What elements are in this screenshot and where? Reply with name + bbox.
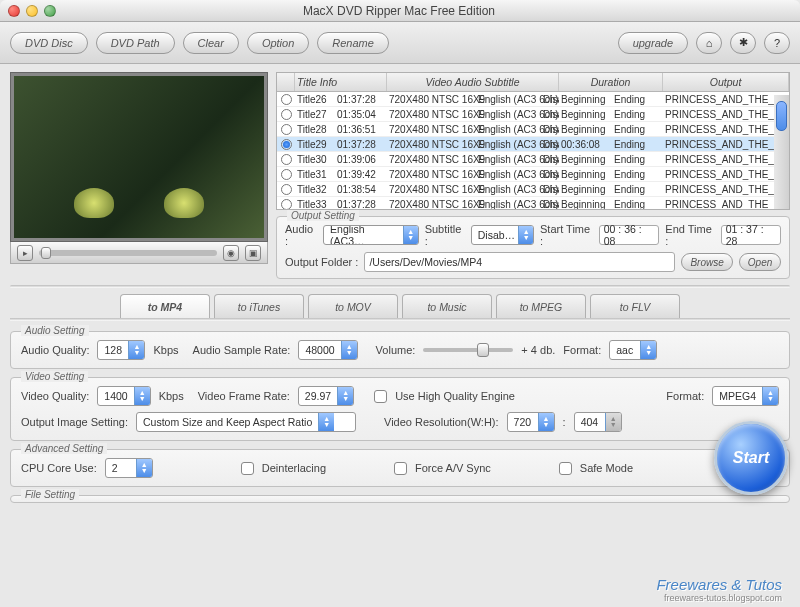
- window-zoom-icon[interactable]: [44, 5, 56, 17]
- format-tab[interactable]: to MP4: [120, 294, 210, 318]
- format-tab[interactable]: to MOV: [308, 294, 398, 318]
- advanced-setting-group: Advanced Setting CPU Core Use: 2▲▼ Deint…: [10, 449, 790, 487]
- file-setting-group: File Setting: [10, 495, 790, 503]
- video-frame-label: Video Frame Rate:: [198, 390, 290, 402]
- audio-sample-select[interactable]: 48000▲▼: [298, 340, 357, 360]
- option-button[interactable]: Option: [247, 32, 309, 54]
- output-image-label: Output Image Setting:: [21, 416, 128, 428]
- volume-slider[interactable]: [423, 348, 513, 352]
- format-tab[interactable]: to iTunes: [214, 294, 304, 318]
- row-radio[interactable]: [281, 154, 292, 165]
- deinterlacing-checkbox[interactable]: [241, 462, 254, 475]
- volume-db: + 4 db.: [521, 344, 555, 356]
- video-setting-group: Video Setting Video Quality: 1400▲▼ Kbps…: [10, 377, 790, 441]
- window-title: MacX DVD Ripper Mac Free Edition: [56, 4, 742, 18]
- output-folder-label: Output Folder :: [285, 256, 358, 268]
- table-row[interactable]: Title2701:35:04720X480 NTSC 16X9English …: [277, 107, 789, 122]
- video-setting-legend: Video Setting: [21, 371, 88, 382]
- row-radio[interactable]: [281, 139, 292, 150]
- main-toolbar: DVD Disc DVD Path Clear Option Rename up…: [0, 22, 800, 64]
- audio-select[interactable]: English (AC3…▲▼: [323, 225, 419, 245]
- titles-table: Title Info Video Audio Subtitle Duration…: [276, 72, 790, 210]
- table-row[interactable]: Title3101:39:42720X480 NTSC 16X9English …: [277, 167, 789, 182]
- subtitle-label: Subtitle :: [425, 223, 465, 247]
- col-title-info: Title Info: [295, 73, 387, 91]
- browse-button[interactable]: Browse: [681, 253, 732, 271]
- window-titlebar: MacX DVD Ripper Mac Free Edition: [0, 0, 800, 22]
- dvd-path-button[interactable]: DVD Path: [96, 32, 175, 54]
- window-minimize-icon[interactable]: [26, 5, 38, 17]
- globe-icon[interactable]: ✱: [730, 32, 756, 54]
- camera-icon[interactable]: ▣: [245, 245, 261, 261]
- format-tabs: to MP4to iTunesto MOVto Musicto MPEGto F…: [0, 290, 800, 318]
- table-row[interactable]: Title2901:37:28720X480 NTSC 16X9English …: [277, 137, 789, 152]
- file-setting-legend: File Setting: [21, 489, 79, 500]
- volume-label: Volume:: [376, 344, 416, 356]
- format-tab[interactable]: to MPEG: [496, 294, 586, 318]
- table-row[interactable]: Title3201:38:54720X480 NTSC 16X9English …: [277, 182, 789, 197]
- hq-engine-checkbox[interactable]: [374, 390, 387, 403]
- clear-button[interactable]: Clear: [183, 32, 239, 54]
- cpu-core-select[interactable]: 2▲▼: [105, 458, 153, 478]
- video-quality-select[interactable]: 1400▲▼: [97, 386, 150, 406]
- rename-button[interactable]: Rename: [317, 32, 389, 54]
- audio-setting-group: Audio Setting Audio Quality: 128▲▼ Kbps …: [10, 331, 790, 369]
- audio-setting-legend: Audio Setting: [21, 325, 89, 336]
- dvd-disc-button[interactable]: DVD Disc: [10, 32, 88, 54]
- help-icon[interactable]: ?: [764, 32, 790, 54]
- row-radio[interactable]: [281, 124, 292, 135]
- output-folder-field[interactable]: /Users/Dev/Movies/MP4: [364, 252, 675, 272]
- table-scrollbar[interactable]: [774, 95, 789, 209]
- table-row[interactable]: Title3301:37:28720X480 NTSC 16X9English …: [277, 197, 789, 210]
- output-image-select[interactable]: Custom Size and Keep Aspect Ratio▲▼: [136, 412, 356, 432]
- row-radio[interactable]: [281, 184, 292, 195]
- hq-engine-label: Use High Quality Engine: [395, 390, 515, 402]
- end-time-label: End Time :: [665, 223, 714, 247]
- audio-quality-select[interactable]: 128▲▼: [97, 340, 145, 360]
- advanced-setting-legend: Advanced Setting: [21, 443, 107, 454]
- format-tab[interactable]: to Music: [402, 294, 492, 318]
- cpu-core-label: CPU Core Use:: [21, 462, 97, 474]
- output-setting-legend: Output Setting: [287, 210, 359, 221]
- watermark: Freewares & Tutos freewares-tutos.blogsp…: [656, 576, 782, 603]
- video-quality-label: Video Quality:: [21, 390, 89, 402]
- force-av-checkbox[interactable]: [394, 462, 407, 475]
- start-time-label: Start Time :: [540, 223, 593, 247]
- window-close-icon[interactable]: [8, 5, 20, 17]
- force-av-label: Force A/V Sync: [415, 462, 491, 474]
- start-button[interactable]: Start: [714, 421, 788, 495]
- audio-kbps-label: Kbps: [153, 344, 178, 356]
- row-radio[interactable]: [281, 169, 292, 180]
- subtitle-select[interactable]: Disab…▲▼: [471, 225, 534, 245]
- video-res-label: Video Resolution(W:H):: [384, 416, 499, 428]
- col-duration: Duration: [559, 73, 663, 91]
- play-icon[interactable]: ▸: [17, 245, 33, 261]
- audio-quality-label: Audio Quality:: [21, 344, 89, 356]
- audio-format-select[interactable]: aac▲▼: [609, 340, 657, 360]
- open-button[interactable]: Open: [739, 253, 781, 271]
- format-tab[interactable]: to FLV: [590, 294, 680, 318]
- home-icon[interactable]: ⌂: [696, 32, 722, 54]
- video-res-h-select[interactable]: 404▲▼: [574, 412, 622, 432]
- row-radio[interactable]: [281, 94, 292, 105]
- row-radio[interactable]: [281, 109, 292, 120]
- video-frame-select[interactable]: 29.97▲▼: [298, 386, 354, 406]
- upgrade-button[interactable]: upgrade: [618, 32, 688, 54]
- row-radio[interactable]: [281, 199, 292, 210]
- audio-format-label: Format:: [563, 344, 601, 356]
- video-format-label: Format:: [666, 390, 704, 402]
- table-row[interactable]: Title2801:36:51720X480 NTSC 16X9English …: [277, 122, 789, 137]
- video-res-w-select[interactable]: 720▲▼: [507, 412, 555, 432]
- start-time-field[interactable]: 00 : 36 : 08: [599, 225, 660, 245]
- seek-slider[interactable]: [39, 250, 217, 256]
- safe-mode-checkbox[interactable]: [559, 462, 572, 475]
- audio-sample-label: Audio Sample Rate:: [193, 344, 291, 356]
- audio-label: Audio :: [285, 223, 317, 247]
- end-time-field[interactable]: 01 : 37 : 28: [721, 225, 782, 245]
- table-row[interactable]: Title2601:37:28720X480 NTSC 16X9English …: [277, 92, 789, 107]
- output-setting-group: Output Setting Audio : English (AC3…▲▼ S…: [276, 216, 790, 279]
- snapshot-icon[interactable]: ◉: [223, 245, 239, 261]
- video-format-select[interactable]: MPEG4▲▼: [712, 386, 779, 406]
- video-kbps-label: Kbps: [159, 390, 184, 402]
- table-row[interactable]: Title3001:39:06720X480 NTSC 16X9English …: [277, 152, 789, 167]
